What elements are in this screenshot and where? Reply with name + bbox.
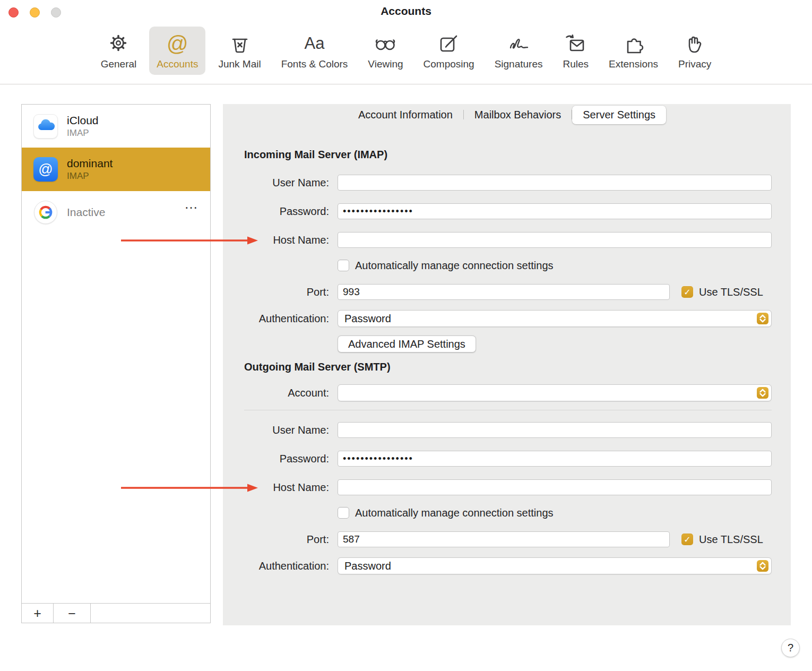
outgoing-username-row: User Name: [244, 421, 772, 438]
toolbar-item-general[interactable]: General [93, 27, 144, 75]
gear-icon [106, 29, 131, 58]
puzzle-icon [621, 29, 646, 58]
toolbar-label: Extensions [609, 58, 658, 70]
outgoing-tls-checkbox[interactable] [681, 534, 693, 545]
toolbar-item-fonts-colors[interactable]: Aa Fonts & Colors [274, 27, 356, 75]
account-name: Inactive [67, 206, 105, 219]
account-protocol: IMAP [67, 128, 99, 139]
toolbar-label: Composing [424, 58, 474, 70]
incoming-hostname-input[interactable] [338, 232, 772, 248]
outgoing-account-row: Account: [244, 384, 772, 401]
popup-stepper-icon [757, 560, 768, 572]
accounts-sidebar: iCloud IMAP @ dominant IMAP [21, 104, 211, 623]
toolbar-item-rules[interactable]: Rules [556, 27, 597, 75]
toolbar-item-signatures[interactable]: Signatures [487, 27, 550, 75]
toolbar-item-composing[interactable]: Composing [416, 27, 482, 75]
port-label: Port: [244, 286, 329, 298]
account-row-icloud[interactable]: iCloud IMAP [22, 105, 210, 148]
account-protocol: IMAP [67, 171, 113, 182]
account-name: iCloud [67, 114, 99, 127]
incoming-tls-checkbox[interactable] [681, 286, 693, 298]
sidebar-bottom-bar: + − [22, 603, 210, 623]
incoming-port-row: Port: Use TLS/SSL [244, 283, 772, 300]
account-row-dominant-selected[interactable]: @ dominant IMAP [22, 148, 210, 191]
incoming-password-input[interactable] [338, 203, 772, 219]
accounts-preferences-window: Accounts General @ Acc [0, 0, 812, 671]
outgoing-auto-manage-checkbox[interactable] [338, 507, 349, 519]
titlebar: Accounts [0, 0, 812, 25]
icloud-icon [33, 114, 58, 139]
account-more-ellipsis[interactable]: … [184, 197, 198, 211]
outgoing-port-input[interactable] [338, 531, 670, 547]
toolbar-label: Accounts [157, 58, 198, 70]
port-label: Port: [244, 534, 329, 546]
popup-stepper-icon [757, 387, 768, 399]
toolbar-label: Viewing [368, 58, 403, 70]
at-icon: @ [167, 29, 188, 58]
add-account-button[interactable]: + [22, 604, 54, 623]
incoming-section-title: Incoming Mail Server (IMAP) [244, 149, 387, 161]
username-label: User Name: [244, 424, 329, 436]
help-button[interactable]: ? [781, 639, 800, 657]
incoming-authentication-row: Authentication: Password [244, 310, 772, 327]
password-label: Password: [244, 453, 329, 465]
toolbar-label: Fonts & Colors [281, 58, 348, 70]
outgoing-divider [244, 410, 772, 410]
toolbar-item-accounts[interactable]: @ Accounts [149, 27, 205, 75]
toolbar-item-extensions[interactable]: Extensions [601, 27, 666, 75]
junk-box-icon [228, 29, 252, 58]
incoming-port-input[interactable] [338, 284, 670, 300]
username-label: User Name: [244, 177, 329, 189]
outgoing-password-row: Password: [244, 450, 772, 467]
tab-server-settings[interactable]: Server Settings [572, 106, 666, 124]
account-label: Account: [244, 387, 329, 399]
glasses-icon [373, 29, 398, 58]
incoming-authentication-popup[interactable]: Password [338, 310, 772, 327]
outgoing-authentication-row: Authentication: Password [244, 557, 772, 574]
outgoing-auto-manage-row: Automatically manage connection settings [338, 506, 554, 520]
window-title: Accounts [0, 5, 812, 18]
hand-icon [683, 29, 707, 58]
tab-account-information[interactable]: Account Information [348, 106, 463, 124]
toolbar-item-privacy[interactable]: Privacy [671, 27, 719, 75]
account-tabs: Account Information Mailbox Behaviors Se… [223, 106, 791, 124]
auto-manage-label: Automatically manage connection settings [355, 507, 554, 519]
incoming-auto-manage-checkbox[interactable] [338, 260, 349, 271]
incoming-tls-group: Use TLS/SSL [681, 286, 763, 298]
popup-stepper-icon [757, 313, 768, 324]
popup-value: Password [344, 560, 391, 572]
remove-account-button[interactable]: − [54, 604, 91, 623]
annotation-arrow-outgoing-host [121, 481, 259, 494]
authentication-label: Authentication: [244, 560, 329, 572]
annotation-arrow-incoming-host [121, 234, 259, 247]
signature-icon [506, 29, 531, 58]
outgoing-authentication-popup[interactable]: Password [338, 557, 772, 574]
password-label: Password: [244, 205, 329, 218]
toolbar-item-viewing[interactable]: Viewing [360, 27, 410, 75]
envelope-arrow-icon [564, 29, 588, 58]
account-row-google-inactive[interactable]: Inactive [22, 191, 210, 234]
compose-icon [437, 29, 461, 58]
outgoing-account-popup[interactable] [338, 384, 772, 401]
auto-manage-label: Automatically manage connection settings [355, 260, 554, 272]
popup-value: Password [344, 313, 391, 325]
outgoing-hostname-row: Host Name: [244, 479, 772, 496]
account-detail-panel: Account Information Mailbox Behaviors Se… [223, 104, 791, 625]
outgoing-hostname-input[interactable] [338, 479, 772, 495]
toolbar-divider [0, 84, 812, 84]
toolbar-item-junk-mail[interactable]: Junk Mail [211, 27, 268, 75]
toolbar-label: Privacy [678, 58, 711, 70]
account-name: dominant [67, 157, 113, 170]
at-account-icon: @ [33, 157, 58, 182]
tls-label: Use TLS/SSL [699, 286, 763, 298]
toolbar-label: Signatures [495, 58, 543, 70]
toolbar-label: Junk Mail [218, 58, 261, 70]
fonts-icon: Aa [305, 29, 325, 58]
tab-mailbox-behaviors[interactable]: Mailbox Behaviors [464, 106, 572, 124]
outgoing-port-row: Port: Use TLS/SSL [244, 531, 772, 548]
incoming-username-input[interactable] [338, 175, 772, 191]
advanced-imap-settings-button[interactable]: Advanced IMAP Settings [338, 336, 476, 352]
outgoing-password-input[interactable] [338, 451, 772, 467]
outgoing-username-input[interactable] [338, 422, 772, 438]
toolbar-label: General [101, 58, 137, 70]
